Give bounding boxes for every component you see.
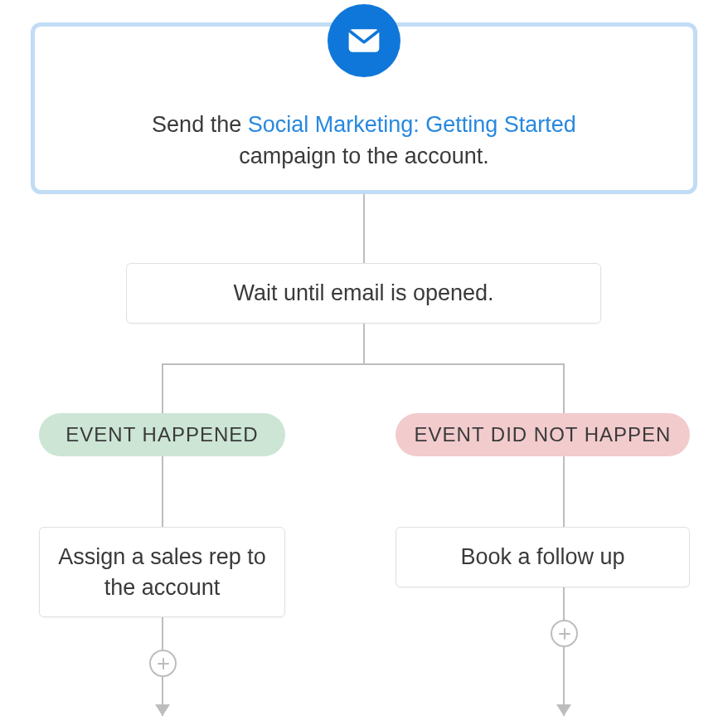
follow-up-step[interactable]: Book a follow up	[396, 527, 690, 587]
campaign-link[interactable]: Social Marketing: Getting Started	[248, 112, 576, 137]
envelope-icon	[328, 4, 400, 77]
event-happened-label: EVENT HAPPENED	[66, 423, 258, 446]
assign-rep-text: Assign a sales rep to the account	[56, 542, 268, 602]
text-before: Send the	[152, 112, 248, 137]
send-campaign-text: Send the Social Marketing: Getting Start…	[35, 110, 693, 173]
text-after: campaign to the account.	[239, 144, 489, 168]
event-happened-pill: EVENT HAPPENED	[39, 413, 285, 456]
add-step-button-left[interactable]	[149, 650, 177, 677]
add-step-button-right[interactable]	[551, 620, 578, 647]
event-not-happened-label: EVENT DID NOT HAPPEN	[415, 423, 672, 446]
wait-step-text: Wait until email is opened.	[233, 280, 493, 306]
split-line	[162, 363, 565, 365]
plus-icon	[558, 627, 571, 641]
connector-line	[363, 324, 365, 363]
follow-up-text: Book a follow up	[460, 544, 624, 570]
workflow-diagram: Send the Social Marketing: Getting Start…	[0, 0, 728, 716]
arrowhead-icon	[556, 704, 571, 716]
send-campaign-step[interactable]: Send the Social Marketing: Getting Start…	[31, 22, 697, 194]
wait-step[interactable]: Wait until email is opened.	[126, 263, 601, 324]
connector-line	[363, 194, 365, 263]
plus-icon	[157, 657, 170, 670]
arrowhead-icon	[155, 704, 170, 716]
assign-rep-step[interactable]: Assign a sales rep to the account	[39, 527, 285, 617]
event-not-happened-pill: EVENT DID NOT HAPPEN	[396, 413, 690, 456]
